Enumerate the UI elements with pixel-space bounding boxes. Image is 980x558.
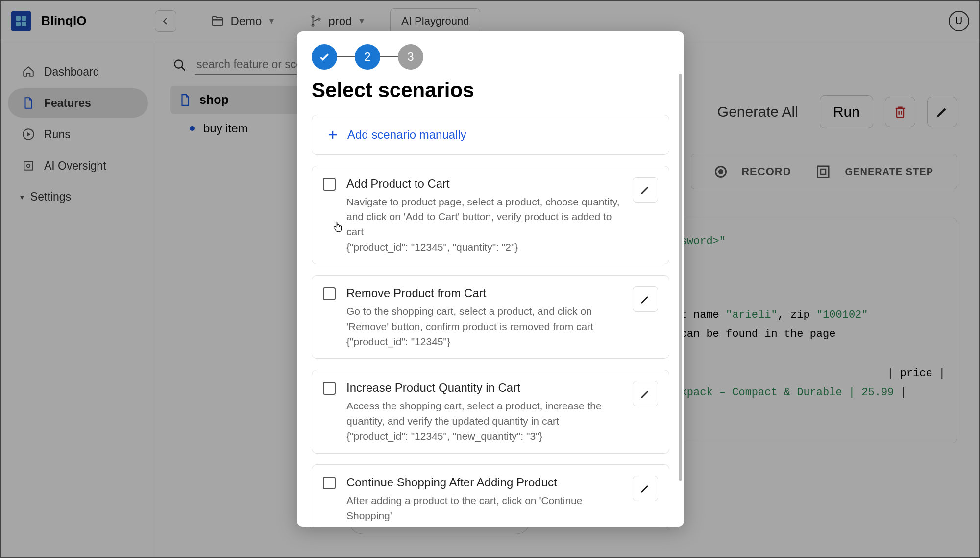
pencil-icon	[639, 388, 651, 400]
scenario-edit-button[interactable]	[633, 381, 658, 406]
scenario-checkbox[interactable]	[323, 382, 336, 395]
scenario-card[interactable]: Remove Product from CartGo to the shoppi…	[312, 275, 669, 359]
scenario-title: Remove Product from Cart	[346, 286, 622, 300]
scenario-data: {"product_id": "12345", "new_quantity": …	[346, 431, 622, 442]
pencil-icon	[639, 293, 651, 305]
pencil-icon	[639, 482, 651, 494]
cursor-icon	[331, 221, 344, 233]
scenario-edit-button[interactable]	[633, 476, 658, 501]
select-scenarios-modal: 2 3 Select scenarios Add scenario manual…	[297, 31, 684, 527]
check-icon	[318, 51, 331, 63]
add-scenario-manually-button[interactable]: Add scenario manually	[312, 115, 669, 155]
pencil-icon	[639, 184, 651, 196]
scenario-title: Increase Product Quantity in Cart	[346, 381, 622, 395]
scenario-data: {"product_id": "12345"}	[346, 336, 622, 348]
scenario-checkbox[interactable]	[323, 287, 336, 300]
scenario-checkbox[interactable]	[323, 477, 336, 489]
scenario-title: Continue Shopping After Adding Product	[346, 476, 622, 489]
scenario-edit-button[interactable]	[633, 286, 658, 312]
modal-scrollbar[interactable]	[679, 74, 682, 481]
step-3-pending: 3	[398, 44, 423, 70]
stepper: 2 3	[312, 44, 669, 70]
scenario-title: Add Product to Cart	[346, 177, 622, 191]
step-2-current: 2	[355, 44, 380, 70]
scenario-checkbox[interactable]	[323, 178, 336, 191]
scenario-description: Access the shopping cart, select a produ…	[346, 399, 622, 429]
plus-icon	[327, 129, 339, 141]
scenario-card[interactable]: Continue Shopping After Adding ProductAf…	[312, 464, 669, 527]
scenario-description: Go to the shopping cart, select a produc…	[346, 304, 622, 334]
add-scenario-label: Add scenario manually	[347, 128, 466, 142]
scenario-card[interactable]: Add Product to CartNavigate to product p…	[312, 166, 669, 264]
scenario-card[interactable]: Increase Product Quantity in CartAccess …	[312, 370, 669, 454]
scenario-description: Navigate to product page, select a produ…	[346, 195, 622, 239]
scenario-data: {"product_id": "12345", "quantity": "2"}	[346, 241, 622, 253]
scenario-edit-button[interactable]	[633, 177, 658, 203]
modal-title: Select scenarios	[312, 78, 669, 102]
scenario-description: After adding a product to the cart, clic…	[346, 493, 622, 523]
step-1-done	[312, 44, 337, 70]
